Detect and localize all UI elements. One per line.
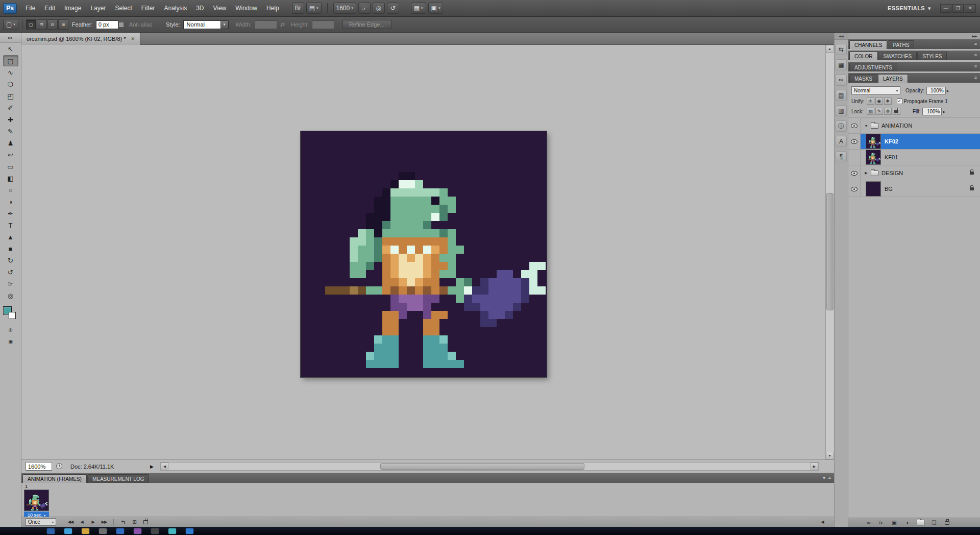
- link-layers-button[interactable]: ∞: [866, 520, 872, 525]
- frame-thumbnail[interactable]: [24, 490, 49, 511]
- character-panel-icon[interactable]: A: [836, 136, 847, 147]
- style-dropdown[interactable]: Normal: [183, 20, 221, 29]
- animation-frame-1[interactable]: 1 10 sec.▾: [24, 484, 52, 519]
- arrange-documents-button[interactable]: ▦▾: [411, 3, 426, 14]
- vertical-scrollbar[interactable]: ▲ ▼: [825, 45, 834, 459]
- hand-tool[interactable]: ☞: [3, 278, 18, 289]
- 3d-rotate-tool[interactable]: ↻: [3, 255, 18, 266]
- taskbar-app-icon[interactable]: [186, 528, 193, 534]
- menu-help[interactable]: Help: [262, 0, 284, 17]
- scroll-right-icon[interactable]: ▶: [811, 463, 818, 470]
- chevron-right-icon[interactable]: ▶: [864, 171, 869, 175]
- menu-3d[interactable]: 3D: [191, 0, 208, 17]
- layer-name[interactable]: BG: [885, 186, 893, 192]
- pen-tool[interactable]: ✒: [3, 208, 18, 219]
- duplicate-frame-button[interactable]: ⊞: [130, 518, 139, 526]
- layer-row-kf01[interactable]: KF01: [848, 150, 980, 165]
- intersect-selection-button[interactable]: ⊞: [58, 19, 68, 30]
- history-panel-icon[interactable]: ⇆: [836, 44, 847, 55]
- taskbar-app-icon[interactable]: [168, 528, 176, 534]
- dodge-tool[interactable]: ◑: [3, 196, 18, 207]
- new-layer-button[interactable]: ❏: [931, 520, 937, 525]
- add-layer-mask-button[interactable]: ▣: [891, 520, 897, 525]
- scroll-up-icon[interactable]: ▲: [826, 45, 834, 53]
- lock-all-icon[interactable]: [893, 108, 900, 115]
- tab-paths[interactable]: PATHS: [888, 40, 914, 49]
- visibility-toggle[interactable]: [848, 118, 861, 133]
- restore-button[interactable]: ❐: [952, 4, 964, 13]
- next-frame-button[interactable]: ▶▶: [100, 518, 109, 526]
- feather-input[interactable]: 0 px: [96, 20, 118, 29]
- chevron-down-icon[interactable]: ▾: [221, 20, 229, 29]
- collapse-dock-grip[interactable]: ▶▶: [848, 33, 980, 39]
- zoom-level-dropdown[interactable]: 1600▾: [333, 3, 356, 14]
- rectangle-tool[interactable]: ■: [3, 243, 18, 254]
- close-tab-icon[interactable]: ✕: [131, 36, 135, 41]
- taskbar-app-icon[interactable]: [64, 528, 72, 534]
- 3d-orbit-tool[interactable]: ↺: [3, 266, 18, 278]
- fill-input[interactable]: 100%: [922, 108, 942, 115]
- crop-tool[interactable]: ◰: [3, 90, 18, 102]
- lock-transparency-icon[interactable]: ▨: [867, 108, 874, 115]
- horizontal-scroll-thumb[interactable]: [380, 463, 584, 470]
- taskbar-app-icon[interactable]: [47, 528, 55, 534]
- eyedropper-tool[interactable]: ✐: [3, 102, 18, 113]
- delete-frame-button[interactable]: [141, 518, 150, 526]
- add-to-selection-button[interactable]: ⧉: [37, 19, 47, 30]
- taskbar-app-icon[interactable]: [82, 528, 89, 534]
- lasso-tool[interactable]: ∿: [3, 67, 18, 78]
- unify-position-icon[interactable]: ✛: [867, 98, 874, 105]
- taskbar-app-icon[interactable]: [151, 528, 159, 534]
- chevron-down-icon[interactable]: ▼: [864, 124, 869, 128]
- tab-styles[interactable]: STYLES: [917, 52, 947, 60]
- previous-frame-button[interactable]: ◀: [77, 518, 86, 526]
- menu-layer[interactable]: Layer: [86, 0, 110, 17]
- chevron-down-icon[interactable]: ▾: [823, 475, 825, 480]
- panel-menu-icon[interactable]: ≡: [828, 475, 831, 480]
- tab-layers[interactable]: LAYERS: [878, 74, 908, 83]
- tab-swatches[interactable]: SWATCHES: [878, 52, 917, 60]
- lock-position-icon[interactable]: ✥: [884, 108, 892, 115]
- new-selection-button[interactable]: ▢: [26, 19, 36, 30]
- opacity-input[interactable]: 100%: [926, 87, 946, 94]
- brushes-panel-icon[interactable]: ✑: [836, 75, 847, 86]
- document-canvas[interactable]: [301, 131, 546, 376]
- close-button[interactable]: ✕: [965, 4, 976, 13]
- rectangular-marquee-tool[interactable]: ▢: [3, 55, 18, 66]
- new-group-button[interactable]: [917, 520, 924, 525]
- tools-panel-grip[interactable]: ▶▶: [0, 33, 21, 43]
- launch-bridge-button[interactable]: Br: [292, 3, 304, 14]
- layer-name[interactable]: KF02: [885, 138, 898, 144]
- tab-measurement-log[interactable]: MEASUREMENT LOG: [87, 474, 150, 483]
- visibility-toggle[interactable]: [848, 134, 861, 149]
- screen-mode-toggle[interactable]: ▣: [3, 336, 18, 347]
- propagate-frame-checkbox[interactable]: ✓: [897, 99, 902, 104]
- panel-menu-icon[interactable]: ≡: [974, 53, 977, 58]
- panel-menu-icon[interactable]: ≡: [974, 75, 977, 80]
- background-color-swatch[interactable]: [9, 312, 16, 319]
- taskbar-app-icon[interactable]: [99, 528, 107, 534]
- layer-row-animation-group[interactable]: ▼ ANIMATION: [848, 118, 980, 134]
- quick-selection-tool[interactable]: ❍: [3, 79, 18, 90]
- layer-row-design-group[interactable]: ▶ DESIGN: [848, 165, 980, 181]
- zoom-tool-button[interactable]: ◎: [373, 3, 385, 14]
- brush-tool[interactable]: ✎: [3, 126, 18, 137]
- paragraph-panel-icon[interactable]: ¶: [836, 151, 847, 162]
- history-brush-tool[interactable]: ↩: [3, 149, 18, 160]
- expand-panels-grip[interactable]: ◀◀: [835, 33, 848, 40]
- path-selection-tool[interactable]: ▲: [3, 231, 18, 242]
- tab-adjustments[interactable]: ADJUSTMENTS: [849, 63, 897, 71]
- gradient-tool[interactable]: ◧: [3, 173, 18, 184]
- menu-select[interactable]: Select: [110, 0, 136, 17]
- opacity-slider-arrow[interactable]: ▶: [947, 89, 949, 92]
- eraser-tool[interactable]: ▭: [3, 161, 18, 172]
- zoom-percent-input[interactable]: 1600%: [26, 462, 52, 471]
- layer-name[interactable]: KF01: [885, 154, 898, 160]
- menu-file[interactable]: File: [21, 0, 40, 17]
- tween-button[interactable]: ⇆: [118, 518, 128, 526]
- vertical-scroll-thumb[interactable]: [826, 193, 834, 310]
- blend-mode-dropdown[interactable]: Normal▾: [851, 86, 900, 94]
- histogram-panel-icon[interactable]: ▦: [836, 59, 847, 70]
- layer-thumbnail[interactable]: [866, 181, 881, 197]
- menu-edit[interactable]: Edit: [40, 0, 60, 17]
